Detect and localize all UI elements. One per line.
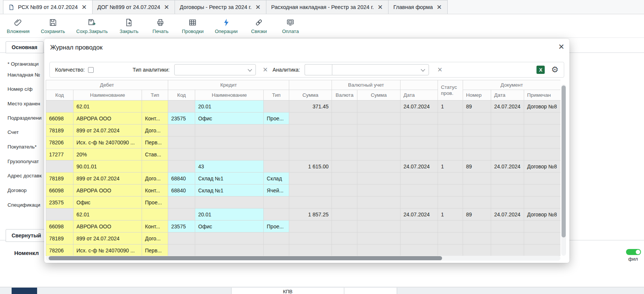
cell-doc_date[interactable] <box>491 184 524 196</box>
quantity-checkbox[interactable] <box>88 67 94 73</box>
cell-k_code[interactable] <box>168 124 195 136</box>
cell-date[interactable] <box>400 112 438 124</box>
cell-cur_sum[interactable] <box>357 208 400 220</box>
cell-sum[interactable]: 1 857.25 <box>289 208 332 220</box>
cell-sum[interactable] <box>289 244 332 256</box>
cell-doc_num[interactable]: 89 <box>463 208 491 220</box>
column-header-sum[interactable]: Сумма <box>289 90 332 100</box>
toolbar-button-close[interactable]: Закрыть <box>119 18 139 34</box>
cell-k_name[interactable] <box>195 124 264 136</box>
cell-cur_sum[interactable] <box>357 196 400 208</box>
cell-date[interactable] <box>400 124 438 136</box>
cell-d_type[interactable]: Дого... <box>142 232 168 244</box>
cell-d_name[interactable]: 62.01 <box>73 100 142 112</box>
cell-doc_num[interactable]: 89 <box>463 160 491 172</box>
cell-d_type[interactable]: Перв... <box>142 244 168 256</box>
cell-d_type[interactable] <box>142 208 168 220</box>
cell-k_type[interactable] <box>264 208 289 220</box>
cell-currency[interactable] <box>332 232 357 244</box>
toolbar-button-payment[interactable]: Оплата <box>280 18 300 34</box>
cell-d_code[interactable]: 17277 <box>46 148 73 160</box>
column-header-credit-type[interactable]: Тип <box>264 90 289 100</box>
cell-cur_sum[interactable] <box>357 244 400 256</box>
column-header-debit-type[interactable]: Тип <box>142 90 168 100</box>
cell-status[interactable] <box>438 220 463 232</box>
tab-close-icon[interactable]: ✕ <box>255 4 261 10</box>
cell-status[interactable] <box>438 112 463 124</box>
column-header-status[interactable]: Статус пров. <box>438 80 463 100</box>
cell-k_type[interactable] <box>264 196 289 208</box>
cell-d_name[interactable]: 62.01 <box>73 208 142 220</box>
modal-close-icon[interactable]: × <box>559 42 564 51</box>
cell-k_name[interactable] <box>195 136 264 148</box>
cell-currency[interactable] <box>332 196 357 208</box>
cell-k_name[interactable]: Склад №1 <box>195 172 264 184</box>
settings-gear-icon[interactable]: ⚙ <box>551 66 559 74</box>
cell-currency[interactable] <box>332 136 357 148</box>
clear-analytics-type-icon[interactable]: × <box>262 66 269 74</box>
cell-note[interactable] <box>524 148 560 160</box>
cell-d_name[interactable]: АВРОРА ООО <box>73 184 142 196</box>
cell-doc_num[interactable] <box>463 220 491 232</box>
cell-d_code[interactable]: 78206 <box>46 244 73 256</box>
cell-note[interactable] <box>524 136 560 148</box>
cell-k_type[interactable] <box>264 160 289 172</box>
toolbar-button-print[interactable]: Печать <box>150 18 170 34</box>
cell-doc_num[interactable] <box>463 148 491 160</box>
cell-cur_sum[interactable] <box>357 220 400 232</box>
cell-d_name[interactable]: 899 от 24.07.2024 <box>73 124 142 136</box>
cell-date[interactable] <box>400 196 438 208</box>
cell-currency[interactable] <box>332 112 357 124</box>
cell-d_type[interactable] <box>142 160 168 172</box>
cell-doc_num[interactable] <box>463 244 491 256</box>
cell-currency[interactable] <box>332 124 357 136</box>
cell-currency[interactable] <box>332 172 357 184</box>
cell-d_code[interactable]: 78206 <box>46 136 73 148</box>
cell-sum[interactable] <box>289 112 332 124</box>
cell-d_code[interactable]: 78189 <box>46 172 73 184</box>
cell-sum[interactable] <box>289 172 332 184</box>
column-header-debit-name[interactable]: Наименование <box>73 90 142 100</box>
toolbar-button-operations[interactable]: Операции <box>215 18 238 34</box>
cell-status[interactable] <box>438 172 463 184</box>
cell-sum[interactable] <box>289 148 332 160</box>
toolbar-button-save-close[interactable]: Сохр.Закрыть <box>76 18 108 34</box>
cell-k_type[interactable] <box>264 124 289 136</box>
cell-k_code[interactable]: 68840 <box>168 184 195 196</box>
cell-currency[interactable] <box>332 160 357 172</box>
cell-status[interactable] <box>438 124 463 136</box>
cell-doc_date[interactable] <box>491 172 524 184</box>
filter-toggle[interactable] <box>626 249 641 255</box>
column-header-doc-date[interactable]: Дата <box>491 90 524 100</box>
column-header-debit-code[interactable]: Код <box>46 90 73 100</box>
cell-sum[interactable] <box>289 196 332 208</box>
cell-k_code[interactable] <box>168 244 195 256</box>
cell-note[interactable] <box>524 244 560 256</box>
cell-d_type[interactable]: Конт... <box>142 184 168 196</box>
cell-d_name[interactable]: 899 от 24.07.2024 <box>73 232 142 244</box>
cell-d_type[interactable] <box>142 100 168 112</box>
cell-doc_date[interactable] <box>491 112 524 124</box>
tab-contracts-registry[interactable]: Договоры - Реестр за 2024 г. ✕ <box>175 0 266 14</box>
cell-cur_sum[interactable] <box>357 232 400 244</box>
cell-d_name[interactable]: 90.01.01 <box>73 160 142 172</box>
cell-doc_date[interactable] <box>491 148 524 160</box>
cell-currency[interactable] <box>332 184 357 196</box>
cell-date[interactable] <box>400 136 438 148</box>
cell-cur_sum[interactable] <box>357 184 400 196</box>
cell-status[interactable]: 1 <box>438 208 463 220</box>
cell-sum[interactable] <box>289 220 332 232</box>
cell-date[interactable] <box>400 172 438 184</box>
cell-doc_date[interactable] <box>491 220 524 232</box>
cell-status[interactable] <box>438 196 463 208</box>
cell-k_type[interactable] <box>264 136 289 148</box>
cell-k_name[interactable] <box>195 148 264 160</box>
cell-doc_num[interactable] <box>463 184 491 196</box>
cell-d_name[interactable]: 20% <box>73 148 142 160</box>
cell-sum[interactable]: 371.45 <box>289 100 332 112</box>
cell-k_code[interactable] <box>168 160 195 172</box>
cell-d_name[interactable]: АВРОРА ООО <box>73 112 142 124</box>
vertical-scrollbar-thumb[interactable] <box>562 86 566 237</box>
analytics-select[interactable] <box>332 64 429 75</box>
cell-k_code[interactable] <box>168 100 195 112</box>
